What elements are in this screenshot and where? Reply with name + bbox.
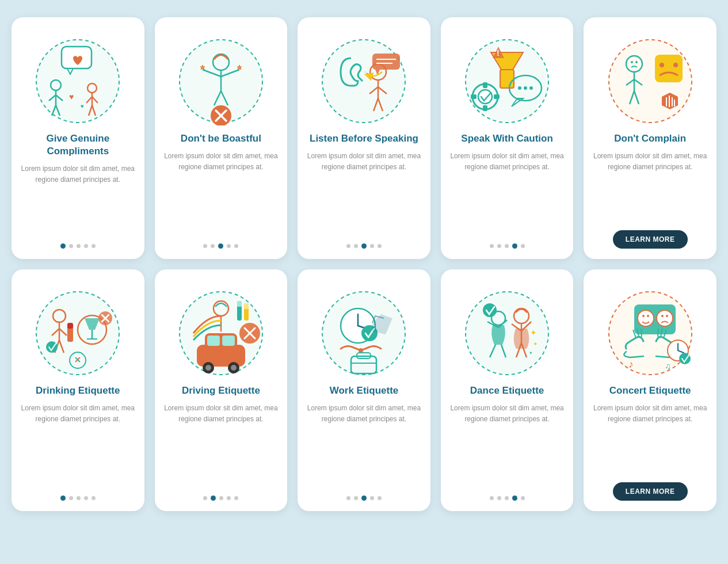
svg-rect-96	[222, 336, 235, 346]
card-concert-etiquette: ♪ ♫ Concert Etiquette Lorem ipsum dolor …	[584, 269, 716, 511]
svg-point-142	[666, 315, 668, 317]
svg-text:♪: ♪	[628, 359, 634, 370]
svg-rect-104	[237, 301, 242, 307]
card-title: Give Genuine Compliments	[21, 132, 135, 158]
dot-1	[346, 496, 350, 500]
row-2: Drinking Etiquette Lorem ipsum dolor sit…	[12, 269, 716, 511]
dot-4	[512, 243, 517, 249]
svg-rect-36	[372, 54, 400, 70]
svg-point-138	[642, 315, 645, 317]
illustration-concert-etiquette: ♪ ♫	[604, 281, 696, 379]
dot-1	[490, 496, 494, 500]
illustration-dont-complain	[604, 29, 696, 127]
learn-more-button[interactable]: LEARN MORE	[613, 230, 688, 249]
dot-4	[512, 496, 517, 501]
svg-line-148	[658, 329, 658, 337]
svg-point-55	[529, 86, 533, 90]
card-body: Lorem ipsum dolor sit dim amet, mea regi…	[450, 403, 565, 487]
pagination-dots	[346, 243, 382, 249]
pagination-dots	[490, 496, 525, 501]
svg-rect-65	[655, 55, 683, 82]
svg-line-145	[641, 329, 642, 337]
dot-3	[77, 496, 81, 500]
row-1: ♥ ♥ Give Genuine Compliments Lorem ipsum…	[12, 17, 716, 259]
dot-3	[361, 496, 367, 501]
svg-rect-47	[483, 82, 487, 88]
dot-1	[346, 244, 350, 248]
svg-rect-103	[237, 304, 242, 321]
svg-text:✦: ✦	[533, 341, 538, 347]
dot-3	[218, 243, 223, 249]
pagination-dots	[490, 243, 525, 249]
svg-point-100	[231, 365, 237, 371]
dot-5	[378, 496, 382, 500]
svg-text:✦: ✦	[529, 350, 533, 356]
dot-2	[211, 496, 216, 501]
dot-5	[521, 496, 525, 500]
dot-4	[84, 496, 88, 500]
dot-3	[219, 496, 223, 500]
learn-more-button-2[interactable]: LEARN MORE	[613, 482, 688, 501]
card-body: Lorem ipsum dolor sit dim amet, mea regi…	[164, 403, 279, 487]
dot-2	[497, 496, 501, 500]
dot-1	[490, 244, 494, 248]
dot-2	[497, 244, 501, 248]
illustration-give-genuine-compliments: ♥ ♥	[32, 29, 124, 127]
card-driving-etiquette: Driving Etiquette Lorem ipsum dolor sit …	[155, 269, 288, 511]
card-title: Speak With Caution	[461, 132, 552, 145]
dot-1	[60, 496, 66, 501]
dot-2	[354, 244, 358, 248]
dot-1	[60, 243, 66, 249]
dot-2	[69, 244, 73, 248]
illustration-dont-be-boastful	[175, 29, 267, 127]
dot-3	[505, 244, 509, 248]
card-title: Work Etiquette	[330, 384, 399, 397]
card-title: Listen Before Speaking	[310, 132, 418, 145]
pagination-dots	[203, 496, 238, 501]
svg-point-141	[661, 315, 664, 317]
svg-text:✦: ✦	[530, 328, 537, 337]
card-dont-be-boastful: Don't be Boastful Lorem ipsum dolor sit …	[155, 17, 288, 259]
dot-5	[92, 496, 96, 500]
dot-5	[521, 244, 525, 248]
svg-point-115	[359, 348, 363, 353]
card-body: Lorem ipsum dolor sit dim amet, mea regi…	[593, 403, 707, 474]
pagination-dots	[346, 496, 382, 501]
svg-rect-82	[67, 323, 73, 329]
svg-point-80	[46, 341, 58, 353]
dot-5	[378, 244, 382, 248]
dot-4	[227, 244, 231, 248]
dot-4	[84, 244, 88, 248]
svg-point-46	[478, 90, 492, 104]
card-title: Driving Etiquette	[182, 384, 260, 397]
card-body: Lorem ipsum dolor sit dim amet, mea regi…	[593, 151, 707, 222]
card-title: Dance Etiquette	[470, 384, 544, 397]
svg-point-29	[322, 40, 405, 123]
svg-rect-95	[207, 336, 220, 346]
card-dont-complain: Don't Complain Lorem ipsum dolor sit dim…	[584, 17, 716, 259]
svg-point-66	[660, 63, 664, 67]
svg-text:♫: ♫	[665, 361, 671, 371]
card-body: Lorem ipsum dolor sit dim amet, mea regi…	[21, 163, 135, 235]
svg-rect-106	[244, 303, 249, 309]
pagination-dots	[60, 243, 96, 249]
dot-2	[354, 496, 358, 500]
svg-text:♥: ♥	[81, 103, 84, 109]
svg-point-139	[647, 315, 649, 317]
svg-rect-49	[471, 94, 477, 99]
card-give-genuine-compliments: ♥ ♥ Give Genuine Compliments Lorem ipsum…	[12, 17, 144, 259]
svg-point-54	[524, 86, 527, 90]
card-speak-with-caution: ! Speak With Caution Lorem	[441, 17, 574, 259]
card-listen-before-speaking: Listen Before Speaking Lorem ipsum dolor…	[298, 17, 430, 259]
illustration-drinking-etiquette	[32, 281, 124, 379]
pagination-dots	[60, 496, 96, 501]
svg-rect-48	[483, 105, 487, 111]
svg-point-59	[635, 61, 638, 63]
dot-3	[505, 496, 509, 500]
card-title: Concert Etiquette	[609, 384, 691, 397]
dot-5	[234, 496, 238, 500]
dot-3	[361, 243, 367, 249]
dot-2	[211, 244, 215, 248]
card-drinking-etiquette: Drinking Etiquette Lorem ipsum dolor sit…	[12, 269, 144, 511]
card-body: Lorem ipsum dolor sit dim amet, mea regi…	[307, 403, 421, 487]
